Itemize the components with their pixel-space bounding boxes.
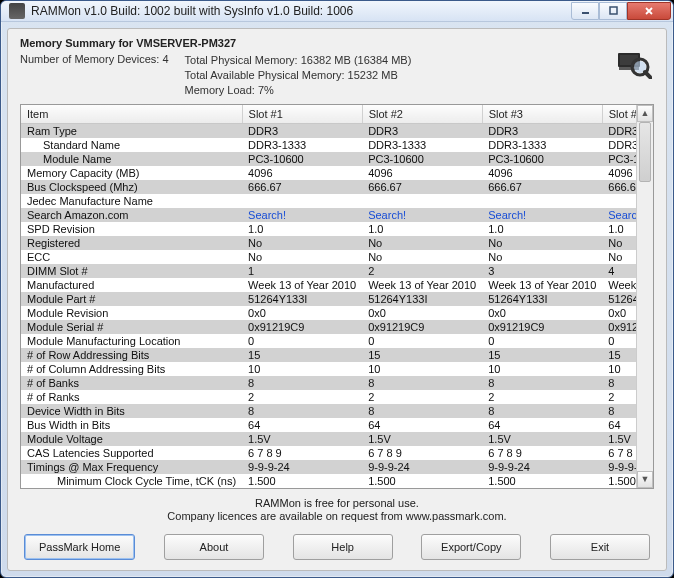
cell: 8 xyxy=(242,376,362,390)
cell: Search! xyxy=(602,208,636,222)
cell xyxy=(602,194,636,208)
table-row[interactable]: Device Width in Bits8888 xyxy=(21,404,636,418)
cell: 1.0 xyxy=(362,222,482,236)
search-link[interactable]: Search! xyxy=(368,209,406,221)
table-row[interactable]: Bus Width in Bits64646464 xyxy=(21,418,636,432)
cell: 1.5V xyxy=(242,432,362,446)
cell: 4096 xyxy=(602,166,636,180)
col-slot3[interactable]: Slot #3 xyxy=(482,105,602,124)
table-row[interactable]: Timings @ Max Frequency9-9-9-249-9-9-249… xyxy=(21,460,636,474)
cell: Search! xyxy=(362,208,482,222)
footer-text: RAMMon is free for personal use. Company… xyxy=(20,497,654,525)
table-row[interactable]: Standard NameDDR3-1333DDR3-1333DDR3-1333… xyxy=(21,138,636,152)
cell: 51264Y133I xyxy=(482,292,602,306)
search-link[interactable]: Search! xyxy=(608,209,636,221)
table-row[interactable]: Module Serial #0x91219C90x91219C90x91219… xyxy=(21,320,636,334)
cell: DDR3-1333 xyxy=(362,138,482,152)
cell: No xyxy=(602,236,636,250)
table-row[interactable]: DIMM Slot #1234 xyxy=(21,264,636,278)
cell: DDR3 xyxy=(242,123,362,138)
table-row[interactable]: Bus Clockspeed (Mhz)666.67666.67666.6766… xyxy=(21,180,636,194)
scroll-up-button[interactable]: ▲ xyxy=(637,105,653,122)
cell: 9-9-9-24 xyxy=(482,460,602,474)
help-button[interactable]: Help xyxy=(293,534,393,560)
vertical-scrollbar[interactable]: ▲ ▼ xyxy=(636,105,653,488)
exit-button[interactable]: Exit xyxy=(550,534,650,560)
passmark-home-button[interactable]: PassMark Home xyxy=(24,534,135,560)
cell: DDR3 xyxy=(362,123,482,138)
close-icon xyxy=(644,6,654,16)
cell xyxy=(482,194,602,208)
table-row[interactable]: Module Revision0x00x00x00x0 xyxy=(21,306,636,320)
table-row[interactable]: RegisteredNoNoNoNo xyxy=(21,236,636,250)
cell: 0x0 xyxy=(602,306,636,320)
table-row[interactable]: ManufacturedWeek 13 of Year 2010Week 13 … xyxy=(21,278,636,292)
cell: 8 xyxy=(362,404,482,418)
export-copy-button[interactable]: Export/Copy xyxy=(421,534,521,560)
cell: 666.67 xyxy=(242,180,362,194)
about-button[interactable]: About xyxy=(164,534,264,560)
maximize-icon xyxy=(609,6,618,15)
summary-block: Number of Memory Devices: 4 Total Physic… xyxy=(20,53,654,98)
scroll-thumb[interactable] xyxy=(639,122,651,182)
cell: 10 xyxy=(242,362,362,376)
scroll-down-button[interactable]: ▼ xyxy=(637,471,653,488)
table-scroll[interactable]: Item Slot #1 Slot #2 Slot #3 Slot #4 Ram… xyxy=(21,105,636,488)
footer-line2: Company licences are available on reques… xyxy=(20,510,654,524)
cell: No xyxy=(602,250,636,264)
table-row[interactable]: ECCNoNoNoNo xyxy=(21,250,636,264)
table-row[interactable]: Module Part #51264Y133I51264Y133I51264Y1… xyxy=(21,292,636,306)
col-slot1[interactable]: Slot #1 xyxy=(242,105,362,124)
cell: Week 13 of Year 2010 xyxy=(242,278,362,292)
cell: 2 xyxy=(362,390,482,404)
button-row: PassMark Home About Help Export/Copy Exi… xyxy=(20,534,654,560)
search-link[interactable]: Search! xyxy=(248,209,286,221)
col-slot2[interactable]: Slot #2 xyxy=(362,105,482,124)
cell: No xyxy=(362,236,482,250)
row-label: Timings @ Max Frequency xyxy=(21,460,242,474)
maximize-button[interactable] xyxy=(599,2,627,20)
table-row[interactable]: Module Manufacturing Location0000 xyxy=(21,334,636,348)
cell: 666.67 xyxy=(482,180,602,194)
row-label: DIMM Slot # xyxy=(21,264,242,278)
memory-table: Item Slot #1 Slot #2 Slot #3 Slot #4 Ram… xyxy=(21,105,636,488)
cell: 15 xyxy=(602,348,636,362)
cell: 51264Y133I xyxy=(362,292,482,306)
cell: PC3-10600 xyxy=(362,152,482,166)
close-button[interactable] xyxy=(627,2,671,20)
cell: 0 xyxy=(482,334,602,348)
table-row[interactable]: Search Amazon.comSearch!Search!Search!Se… xyxy=(21,208,636,222)
col-slot4[interactable]: Slot #4 xyxy=(602,105,636,124)
table-row[interactable]: Ram TypeDDR3DDR3DDR3DDR3 xyxy=(21,123,636,138)
cell: 666.67 xyxy=(602,180,636,194)
table-row[interactable]: SPD Revision1.01.01.01.0 xyxy=(21,222,636,236)
cell: Week 13 of Year 2010 xyxy=(362,278,482,292)
window-title: RAMMon v1.0 Build: 1002 built with SysIn… xyxy=(31,4,571,18)
table-row[interactable]: Module Voltage1.5V1.5V1.5V1.5V xyxy=(21,432,636,446)
col-item[interactable]: Item xyxy=(21,105,242,124)
table-row[interactable]: Module NamePC3-10600PC3-10600PC3-10600PC… xyxy=(21,152,636,166)
table-row[interactable]: # of Column Addressing Bits10101010 xyxy=(21,362,636,376)
cell: DDR3 xyxy=(602,123,636,138)
cell: DDR3 xyxy=(482,123,602,138)
row-label: Module Part # xyxy=(21,292,242,306)
table-row[interactable]: # of Ranks2222 xyxy=(21,390,636,404)
table-row[interactable]: Jedec Manufacture Name xyxy=(21,194,636,208)
cell: 1.0 xyxy=(242,222,362,236)
table-row[interactable]: # of Banks8888 xyxy=(21,376,636,390)
cell: 15 xyxy=(242,348,362,362)
table-row[interactable]: CAS Latencies Supported6 7 8 96 7 8 96 7… xyxy=(21,446,636,460)
table-body: Ram TypeDDR3DDR3DDR3DDR3Standard NameDDR… xyxy=(21,123,636,488)
search-link[interactable]: Search! xyxy=(488,209,526,221)
table-row[interactable]: Minimum Clock Cycle Time, tCK (ns)1.5001… xyxy=(21,474,636,488)
content-panel: Memory Summary for VMSERVER-PM327 Number… xyxy=(7,28,667,571)
table-row[interactable]: Memory Capacity (MB)4096409640964096 xyxy=(21,166,636,180)
cell: 6 7 8 9 xyxy=(482,446,602,460)
table-row[interactable]: # of Row Addressing Bits15151515 xyxy=(21,348,636,362)
cell: 6 7 8 9 xyxy=(602,446,636,460)
minimize-button[interactable] xyxy=(571,2,599,20)
cell: 51264Y133I xyxy=(242,292,362,306)
scroll-track[interactable] xyxy=(637,122,653,471)
cell xyxy=(242,194,362,208)
row-label: Memory Capacity (MB) xyxy=(21,166,242,180)
